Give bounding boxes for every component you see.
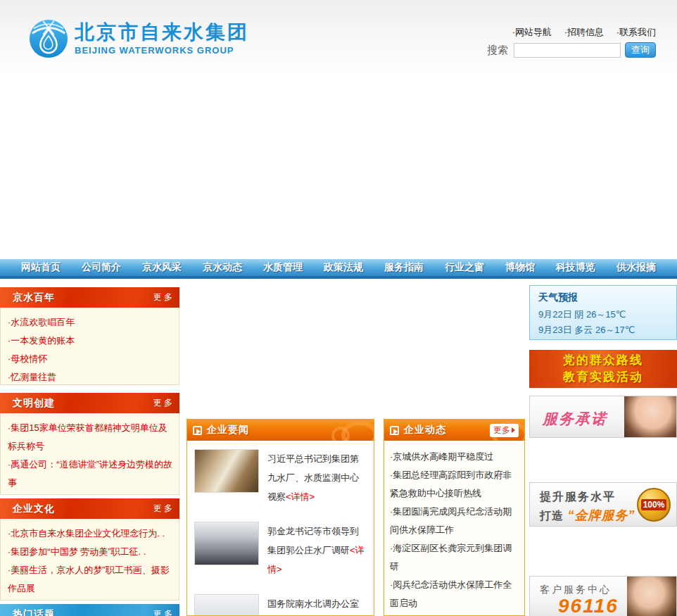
section-header-hot-topics: 热门话题 更 多 xyxy=(0,604,179,616)
gold-service-line1: 提升服务水平 xyxy=(540,490,616,505)
weather-box: 天气预报 9月22日 阴 26～15℃ 9月23日 多云 26～17℃ xyxy=(529,285,677,340)
dynamics-title: 企业动态 xyxy=(404,424,446,436)
gold-service-prefix: 打造 xyxy=(540,510,564,522)
gold-service-line2: 打造 “金牌服务” xyxy=(540,507,635,524)
service-promise-label: 服务承诺 xyxy=(543,409,607,429)
customer-service-photo xyxy=(624,396,676,437)
page: 北京市自来水集团 BEIJING WATERWORKS GROUP ·网站导航 … xyxy=(0,0,677,616)
section-arrow-icon xyxy=(390,426,399,435)
news-item[interactable]: 郭金龙书记等市领导到集团郭公庄水厂调研<详情> xyxy=(187,513,374,586)
list-item[interactable]: ·禹通公司：“道德讲堂”讲述身边劳模的故事 xyxy=(8,455,173,492)
news-item[interactable]: 习近平总书记到集团第九水厂、水质监测中心视察<详情> xyxy=(187,441,374,513)
medal-label: 100% xyxy=(641,499,667,510)
detail-link[interactable]: <详情> xyxy=(286,491,315,502)
news-title: 企业要闻 xyxy=(207,424,249,436)
more-button-label: 更多 xyxy=(493,425,510,436)
section-body-civilization: ·集团15家单位荣获首都精神文明单位及标兵称号 ·禹通公司：“道德讲堂”讲述身边… xyxy=(0,413,179,495)
section-body-centennial: ·水流欢歌唱百年 ·一本发黄的账本 ·母校情怀 ·忆测量往昔 xyxy=(0,308,179,385)
nav-item-tech-expo[interactable]: 科技博览 xyxy=(556,261,595,274)
section-body-culture: ·北京市自来水集团企业文化理念行为. . ·集团参加“中国梦 劳动美”职工征. … xyxy=(0,519,179,601)
search-label: 搜索 xyxy=(487,44,508,57)
logo[interactable]: 北京市自来水集团 BEIJING WATERWORKS GROUP xyxy=(28,18,249,59)
top-link-sitemap[interactable]: ·网站导航 xyxy=(512,27,552,37)
header: 北京市自来水集团 BEIJING WATERWORKS GROUP ·网站导航 … xyxy=(0,0,677,77)
search-bar: 搜索 查询 xyxy=(487,42,656,58)
party-banner-line2: 教育实践活动 xyxy=(563,369,643,386)
gold-service-banner[interactable]: 提升服务水平 打造 “金牌服务” 100% xyxy=(529,482,677,527)
list-item[interactable]: ·水流欢歌唱百年 xyxy=(8,313,173,332)
list-item[interactable]: ·集团总经理高踪阳到市政府非紧急救助中心接听热线 xyxy=(390,466,519,503)
list-item[interactable]: ·母校情怀 xyxy=(8,350,173,368)
section-arrow-icon xyxy=(193,426,202,435)
more-link[interactable]: 更 多 xyxy=(153,608,172,616)
dynamics-list: ·京城供水高峰期平稳度过 ·集团总经理高踪阳到市政府非紧急救助中心接听热线 ·集… xyxy=(384,441,524,616)
news-photo xyxy=(194,449,259,493)
section-title: 热门话题 xyxy=(13,608,55,616)
top-link-recruit[interactable]: ·招聘信息 xyxy=(564,27,604,37)
nav-item-industry-window[interactable]: 行业之窗 xyxy=(445,261,484,274)
more-link[interactable]: 更 多 xyxy=(153,503,172,515)
section-header-culture: 企业文化 更 多 xyxy=(0,498,179,519)
news-text: 国务院南水北调办公室主任鄂竟平到郭公庄水厂调研< xyxy=(267,594,367,616)
service-promise-banner[interactable]: 服务承诺 xyxy=(529,396,677,438)
logo-subtitle: BEIJING WATERWORKS GROUP xyxy=(75,45,249,56)
swirl-decoration xyxy=(341,421,374,441)
list-item[interactable]: ·一本发黄的账本 xyxy=(8,332,173,350)
hotline-number: 96116 xyxy=(558,595,619,616)
top-link-contact[interactable]: ·联系我们 xyxy=(616,27,656,37)
list-item[interactable]: ·京城供水高峰期平稳度过 xyxy=(390,448,519,466)
top-links: ·网站导航 ·招聘信息 ·联系我们 xyxy=(502,26,656,39)
weather-row: 9月22日 阴 26～15℃ xyxy=(538,307,668,322)
section-header-civilization: 文明创建 更 多 xyxy=(0,393,179,413)
list-item[interactable]: ·北京市自来水集团企业文化理念行为. . xyxy=(8,524,173,543)
search-button[interactable]: 查询 xyxy=(625,42,656,58)
section-title: 企业文化 xyxy=(13,503,55,515)
nav-item-museum[interactable]: 博物馆 xyxy=(505,261,535,274)
news-box: 企业要闻 习近平总书记到集团第九水厂、水质监测中心视察<详情> 郭金龙书记等市领… xyxy=(186,419,374,616)
nav-item-water-digest[interactable]: 供水报摘 xyxy=(616,261,656,274)
nav-item-policies[interactable]: 政策法规 xyxy=(324,261,363,274)
nav-item-jingshui-news[interactable]: 京水动态 xyxy=(203,261,242,274)
logo-text: 北京市自来水集团 BEIJING WATERWORKS GROUP xyxy=(75,22,249,56)
news-text: 郭金龙书记等市领导到集团郭公庄水厂调研<详情> xyxy=(267,522,367,579)
gold-medal-icon: 100% xyxy=(637,488,671,522)
party-campaign-banner[interactable]: 党的群众路线 教育实践活动 xyxy=(529,350,677,388)
more-button[interactable]: 更多 xyxy=(490,424,519,437)
logo-title: 北京市自来水集团 xyxy=(75,22,249,44)
list-item[interactable]: ·海淀区副区长龚宗元到集团调研 xyxy=(390,539,519,576)
more-arrow-icon xyxy=(512,427,515,433)
news-text-body: 国务院南水北调办公室主任鄂竟平到郭公庄水厂调研 xyxy=(267,598,359,616)
section-header-centennial: 京水百年 更 多 xyxy=(0,287,179,308)
list-item[interactable]: ·美丽生活，京水人的梦”职工书画、摄影作品展 xyxy=(8,561,173,598)
nav-item-company-profile[interactable]: 公司简介 xyxy=(82,261,121,274)
list-item[interactable]: ·集团15家单位荣获首都精神文明单位及标兵称号 xyxy=(8,419,173,455)
more-link[interactable]: 更 多 xyxy=(153,291,172,303)
news-photo xyxy=(194,522,259,565)
weather-row: 9月23日 多云 26～17℃ xyxy=(538,322,668,338)
nav-item-water-quality[interactable]: 水质管理 xyxy=(263,261,303,274)
list-item[interactable]: ·集团召开半年工作会暨阅兵纪念活动保障动员大会 xyxy=(390,612,519,616)
list-item[interactable]: ·阅兵纪念活动供水保障工作全面启动 xyxy=(390,576,519,612)
nav-item-jingshui-style[interactable]: 京水风采 xyxy=(142,261,182,274)
news-text-body: 郭金龙书记等市领导到集团郭公庄水厂调研 xyxy=(267,526,359,555)
nav-item-home[interactable]: 网站首页 xyxy=(21,261,61,274)
main-nav: 网站首页 公司简介 京水风采 京水动态 水质管理 政策法规 服务指南 行业之窗 … xyxy=(0,259,677,279)
news-photo xyxy=(194,594,259,616)
news-item[interactable]: 国务院南水北调办公室主任鄂竟平到郭公庄水厂调研< xyxy=(187,586,374,616)
list-item[interactable]: ·集团参加“中国梦 劳动美”职工征. . xyxy=(8,543,173,561)
hotline-banner[interactable]: 客户服务中心 96116 xyxy=(529,576,677,616)
search-input[interactable] xyxy=(514,43,621,58)
weather-title: 天气预报 xyxy=(538,291,668,304)
section-title: 文明创建 xyxy=(13,397,55,410)
swirl-decoration xyxy=(331,427,350,441)
nav-item-service-guide[interactable]: 服务指南 xyxy=(384,261,424,274)
more-link[interactable]: 更 多 xyxy=(153,397,172,409)
dynamics-header: 企业动态 更多 xyxy=(384,420,524,441)
party-banner-line1: 党的群众路线 xyxy=(563,352,643,369)
list-item[interactable]: ·忆测量往昔 xyxy=(8,368,173,386)
dynamics-box: 企业动态 更多 ·京城供水高峰期平稳度过 ·集团总经理高踪阳到市政府非紧急救助中… xyxy=(384,419,525,616)
list-item[interactable]: ·集团圆满完成阅兵纪念活动期间供水保障工作 xyxy=(390,503,519,539)
news-text: 习近平总书记到集团第九水厂、水质监测中心视察<详情> xyxy=(267,449,367,506)
gold-service-highlight: “金牌服务” xyxy=(567,508,635,522)
section-title: 京水百年 xyxy=(13,291,55,304)
